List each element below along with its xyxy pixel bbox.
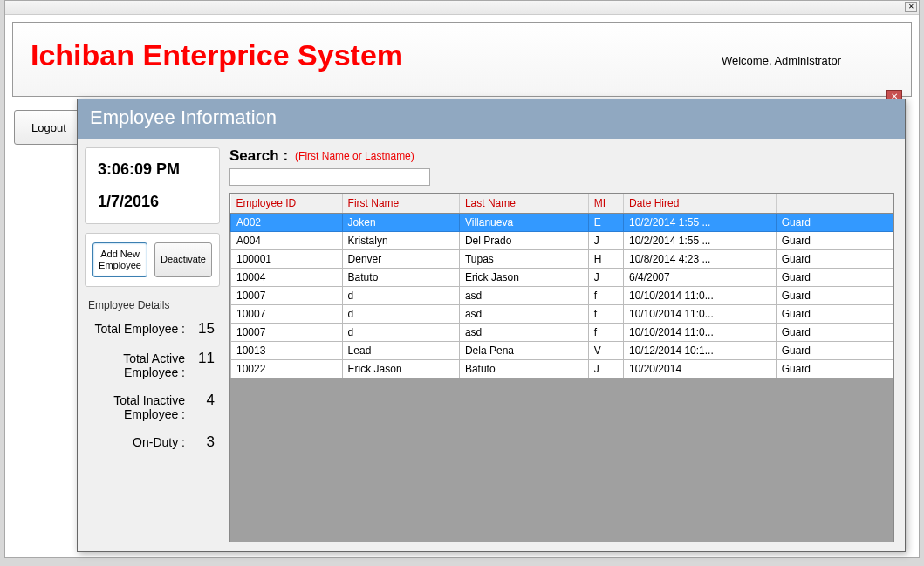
cell[interactable]: f [588,287,623,305]
close-icon[interactable]: ✕ [905,2,917,12]
cell[interactable]: 10/2/2014 1:55 ... [624,232,777,250]
table-row[interactable]: A004KristalynDel PradoJ10/2/2014 1:55 ..… [231,232,893,250]
cell[interactable]: V [588,342,623,360]
cell[interactable]: 10/12/2014 10:1... [624,342,777,360]
header-row: Employee ID First Name Last Name MI Date… [231,194,893,214]
table-row[interactable]: 10004BatutoErick JasonJ6/4/2007Guard [231,269,893,287]
stat-label: Total Employee : [90,322,185,336]
cell[interactable]: Guard [776,269,893,287]
stat-label: Total Inactive Employee : [90,393,185,421]
cell[interactable]: Guard [776,214,893,232]
cell[interactable]: J [588,360,623,378]
cell[interactable]: J [588,232,623,250]
cell[interactable]: Tupas [459,250,588,269]
col-datehired[interactable]: Date Hired [624,194,777,214]
time-box: 3:06:09 PM 1/7/2016 [85,147,220,224]
cell[interactable]: Batuto [342,269,459,287]
cell[interactable]: Erick Jason [459,269,588,287]
cell[interactable]: 10013 [231,342,343,360]
cell[interactable]: A002 [231,214,343,232]
cell[interactable]: Erick Jason [342,360,459,378]
button-box: Add New Employee Deactivate [85,233,220,287]
cell[interactable]: 100001 [231,250,343,269]
cell[interactable]: f [588,324,623,342]
stat-onduty: On-Duty : 3 [90,433,215,451]
cell[interactable]: Guard [776,250,893,269]
table-row[interactable]: 10013LeadDela PenaV10/12/2014 10:1...Gua… [231,342,893,360]
table-row[interactable]: 100001DenverTupasH10/8/2014 4:23 ...Guar… [231,250,893,269]
dialog-body: 3:06:09 PM 1/7/2016 Add New Employee Dea… [78,139,905,551]
cell[interactable]: 10007 [231,305,343,324]
search-label: Search : [229,147,288,165]
stat-val: 11 [190,350,215,367]
stat-total: Total Employee : 15 [90,320,215,338]
stat-active: Total Active Employee : 11 [90,350,215,379]
welcome-text: Welcome, Administrator [722,54,841,67]
cell[interactable]: 10022 [231,360,343,378]
cell[interactable]: Guard [776,232,893,250]
dialog-title: Employee Information [78,99,905,139]
cell[interactable]: d [342,324,459,342]
col-id[interactable]: Employee ID [231,194,343,214]
main-panel: Search : (First Name or Lastname) Employ… [224,139,905,551]
cell[interactable]: Kristalyn [342,232,459,250]
header-panel: Ichiban Enterprice System Welcome, Admin… [12,22,912,97]
stat-val: 3 [190,433,215,451]
search-input[interactable] [229,168,430,186]
deactivate-button[interactable]: Deactivate [154,242,212,277]
date-display: 1/7/2016 [98,193,209,211]
cell[interactable]: H [588,250,623,269]
cell[interactable]: Joken [342,214,459,232]
logout-button[interactable]: Logout [14,110,84,145]
cell[interactable]: E [588,214,623,232]
cell[interactable]: 10007 [231,287,343,305]
col-firstname[interactable]: First Name [342,194,459,214]
cell[interactable]: asd [459,324,588,342]
search-hint: (First Name or Lastname) [295,150,414,162]
table-row[interactable]: 10007dasdf10/10/2014 11:0...Guard [231,287,893,305]
cell[interactable]: Guard [776,324,893,342]
cell[interactable]: 10/8/2014 4:23 ... [624,250,777,269]
table-row[interactable]: 10022Erick JasonBatutoJ10/20/2014Guard [231,360,893,378]
cell[interactable]: 6/4/2007 [624,269,777,287]
cell[interactable]: 10007 [231,324,343,342]
cell[interactable]: Guard [776,360,893,378]
cell[interactable]: f [588,305,623,324]
cell[interactable]: A004 [231,232,343,250]
cell[interactable]: Batuto [459,360,588,378]
cell[interactable]: 10/2/2014 1:55 ... [624,214,777,232]
cell[interactable]: d [342,305,459,324]
cell[interactable]: asd [459,305,588,324]
table-row[interactable]: A002JokenVillanuevaE10/2/2014 1:55 ...Gu… [231,214,893,232]
cell[interactable]: Del Prado [459,232,588,250]
employee-dialog: ✕ Employee Information 3:06:09 PM 1/7/20… [77,99,906,552]
table-row[interactable]: 10007dasdf10/10/2014 11:0...Guard [231,324,893,342]
stat-label: On-Duty : [90,435,185,449]
cell[interactable]: d [342,287,459,305]
table-row[interactable]: 10007dasdf10/10/2014 11:0...Guard [231,305,893,324]
cell[interactable]: 10/10/2014 11:0... [624,324,777,342]
employee-table[interactable]: Employee ID First Name Last Name MI Date… [230,194,893,378]
cell[interactable]: Denver [342,250,459,269]
cell[interactable]: Guard [776,305,893,324]
stat-inactive: Total Inactive Employee : 4 [90,392,215,421]
side-panel: 3:06:09 PM 1/7/2016 Add New Employee Dea… [78,139,224,551]
cell[interactable]: 10004 [231,269,343,287]
add-employee-button[interactable]: Add New Employee [92,242,147,277]
cell[interactable]: 10/10/2014 11:0... [624,287,777,305]
col-lastname[interactable]: Last Name [459,194,588,214]
cell[interactable]: Dela Pena [459,342,588,360]
cell[interactable]: Villanueva [459,214,588,232]
cell[interactable]: Guard [776,342,893,360]
details-label: Employee Details [88,299,220,311]
cell[interactable]: 10/10/2014 11:0... [624,305,777,324]
col-position[interactable] [776,194,893,214]
cell[interactable]: asd [459,287,588,305]
stat-label: Total Active Employee : [90,351,185,379]
cell[interactable]: Lead [342,342,459,360]
cell[interactable]: J [588,269,623,287]
cell[interactable]: Guard [776,287,893,305]
col-mi[interactable]: MI [588,194,623,214]
cell[interactable]: 10/20/2014 [624,360,777,378]
employee-grid[interactable]: Employee ID First Name Last Name MI Date… [229,193,894,542]
